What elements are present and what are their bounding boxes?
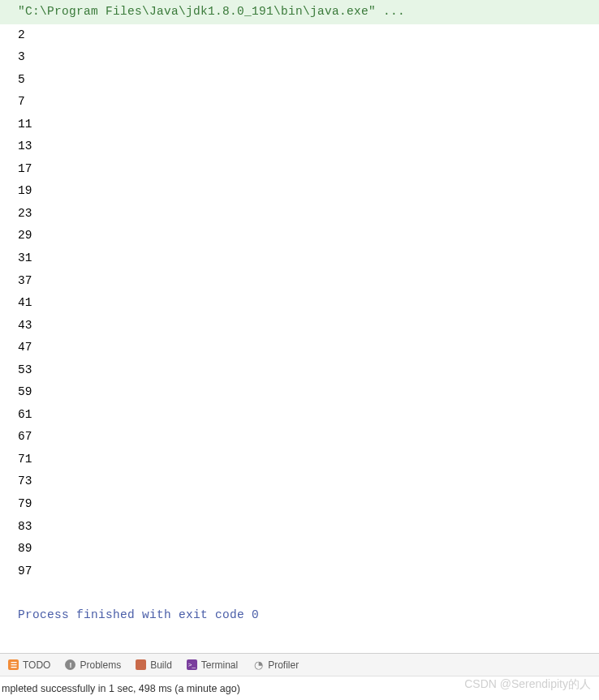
tab-problems[interactable]: ! Problems xyxy=(65,659,121,671)
console-output: "C:\Program Files\Java\jdk1.8.0_191\bin\… xyxy=(0,0,599,627)
status-bar: mpleted successfully in 1 sec, 498 ms (a… xyxy=(0,676,599,700)
bottom-tabs: ☰ TODO ! Problems Build >_ Terminal ◔ Pr… xyxy=(0,653,599,676)
output-line[interactable]: 5 xyxy=(0,69,599,92)
output-line[interactable]: 73 xyxy=(0,470,599,493)
tab-terminal[interactable]: >_ Terminal xyxy=(187,659,238,671)
output-line[interactable]: 37 xyxy=(0,270,599,293)
output-line[interactable]: 29 xyxy=(0,225,599,247)
output-line[interactable]: 83 xyxy=(0,516,599,539)
empty-line xyxy=(0,582,599,604)
terminal-icon: >_ xyxy=(187,659,197,670)
status-message: mpleted successfully in 1 sec, 498 ms (a… xyxy=(2,683,240,694)
output-line[interactable]: 79 xyxy=(0,493,599,516)
output-line[interactable]: 17 xyxy=(0,158,599,181)
output-line[interactable]: 59 xyxy=(0,381,599,404)
tab-profiler[interactable]: ◔ Profiler xyxy=(252,659,299,671)
output-line[interactable]: 23 xyxy=(0,203,599,225)
output-line[interactable]: 61 xyxy=(0,404,599,427)
build-icon xyxy=(136,659,146,670)
output-line[interactable]: 19 xyxy=(0,180,599,203)
output-line[interactable]: 11 xyxy=(0,114,599,136)
tab-terminal-label: Terminal xyxy=(201,659,238,671)
output-line[interactable]: 71 xyxy=(0,449,599,471)
command-line[interactable]: "C:\Program Files\Java\jdk1.8.0_191\bin\… xyxy=(0,0,599,24)
output-line[interactable]: 97 xyxy=(0,560,599,583)
tab-build[interactable]: Build xyxy=(136,659,172,671)
todo-icon: ☰ xyxy=(8,659,19,670)
output-line[interactable]: 13 xyxy=(0,135,599,158)
tab-profiler-label: Profiler xyxy=(268,659,299,671)
output-line[interactable]: 31 xyxy=(0,247,599,270)
output-line[interactable]: 7 xyxy=(0,91,599,114)
output-line[interactable]: 3 xyxy=(0,46,599,69)
profiler-icon: ◔ xyxy=(252,659,264,671)
tab-problems-label: Problems xyxy=(80,659,121,671)
output-line[interactable]: 41 xyxy=(0,292,599,315)
output-line[interactable]: 89 xyxy=(0,538,599,560)
problems-icon: ! xyxy=(65,659,75,670)
exit-message: Process finished with exit code 0 xyxy=(0,604,599,627)
tab-todo[interactable]: ☰ TODO xyxy=(8,659,50,671)
output-line[interactable]: 53 xyxy=(0,359,599,382)
tab-todo-label: TODO xyxy=(23,659,50,671)
output-line[interactable]: 67 xyxy=(0,426,599,449)
output-line[interactable]: 47 xyxy=(0,337,599,359)
output-line[interactable]: 43 xyxy=(0,315,599,337)
output-line[interactable]: 2 xyxy=(0,24,599,47)
tab-build-label: Build xyxy=(150,659,172,671)
